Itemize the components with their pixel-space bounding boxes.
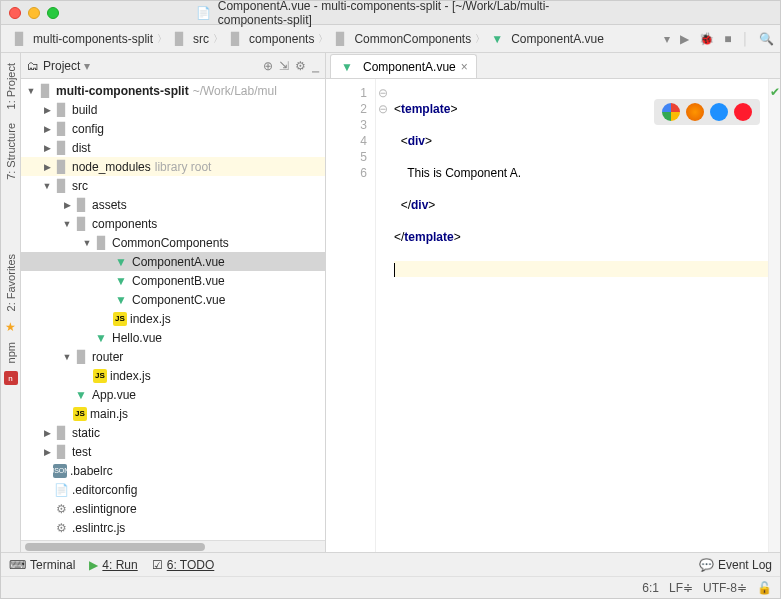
line-number: 3 xyxy=(326,117,367,133)
close-tab-button[interactable]: × xyxy=(461,60,468,74)
close-window-button[interactable] xyxy=(9,7,21,19)
tree-item[interactable]: ▼▉src xyxy=(21,176,325,195)
vue-icon: ▼ xyxy=(113,254,129,270)
terminal-button[interactable]: ⌨Terminal xyxy=(9,558,75,572)
breadcrumb[interactable]: ▉src xyxy=(167,29,213,49)
window-controls xyxy=(9,7,59,19)
tree-item[interactable]: ▶⚙.eslintignore xyxy=(21,499,325,518)
star-icon: ★ xyxy=(5,320,16,334)
tree-root[interactable]: ▼▉multi-components-split~/Work/Lab/mul xyxy=(21,81,325,100)
tree-item-selected[interactable]: ▶▼ComponentA.vue xyxy=(21,252,325,271)
collapse-icon[interactable]: ⇲ xyxy=(279,59,289,73)
error-stripe[interactable]: ✔ xyxy=(768,79,780,552)
gear-icon[interactable]: ⚙ xyxy=(295,59,306,73)
line-separator[interactable]: LF≑ xyxy=(669,581,693,595)
tree-item[interactable]: ▶▼Hello.vue xyxy=(21,328,325,347)
tree-item[interactable]: ▶JSmain.js xyxy=(21,404,325,423)
tab-project[interactable]: 1: Project xyxy=(3,57,19,115)
tree-item[interactable]: ▶JSindex.js xyxy=(21,366,325,385)
folder-icon: ▉ xyxy=(171,31,187,47)
fold-gutter: ⊖⊖ xyxy=(376,79,390,552)
chevron-right-icon: 〉 xyxy=(157,32,167,46)
todo-button[interactable]: ☑6: TODO xyxy=(152,558,215,572)
safari-icon[interactable] xyxy=(710,103,728,121)
tree-item[interactable]: ▶▉config xyxy=(21,119,325,138)
file-icon: 📄 xyxy=(196,5,211,21)
tab-structure[interactable]: 7: Structure xyxy=(3,117,19,186)
dropdown-icon[interactable]: ▾ xyxy=(664,32,670,46)
chevron-right-icon: 〉 xyxy=(475,32,485,46)
folder-icon: ▉ xyxy=(53,159,69,175)
folder-icon: ▉ xyxy=(73,349,89,365)
todo-icon: ☑ xyxy=(152,558,163,572)
tree-item[interactable]: ▼▉components xyxy=(21,214,325,233)
search-button[interactable]: 🔍 xyxy=(759,32,774,46)
tree-item[interactable]: ▶JSON.babelrc xyxy=(21,461,325,480)
tree-item[interactable]: ▶▼App.vue xyxy=(21,385,325,404)
line-number: 2 xyxy=(326,101,367,117)
gear-icon: ⚙ xyxy=(53,520,69,536)
editor-tab[interactable]: ▼ ComponentA.vue × xyxy=(330,54,477,78)
folder-icon: ▉ xyxy=(53,102,69,118)
chrome-icon[interactable] xyxy=(662,103,680,121)
breadcrumb[interactable]: ▉CommonComponents xyxy=(328,29,475,49)
tree-item[interactable]: ▶▉assets xyxy=(21,195,325,214)
folder-icon: ▉ xyxy=(73,216,89,232)
tab-label: ComponentA.vue xyxy=(363,60,456,74)
code-content[interactable]: <template> <div> This is Component A. </… xyxy=(390,79,768,552)
event-log-button[interactable]: 💬Event Log xyxy=(699,558,772,572)
scrollbar-thumb[interactable] xyxy=(25,543,205,551)
code-editor[interactable]: 1 2 3 4 5 6 ⊖⊖ <template> <div> This is … xyxy=(326,79,780,552)
tree-item[interactable]: ▶▉test xyxy=(21,442,325,461)
line-number: 6 xyxy=(326,165,367,181)
hide-icon[interactable]: ⎯ xyxy=(312,59,319,73)
minimize-window-button[interactable] xyxy=(28,7,40,19)
folder-icon: ▉ xyxy=(53,425,69,441)
tree-item[interactable]: ▶▼ComponentC.vue xyxy=(21,290,325,309)
tree-item[interactable]: ▶▼ComponentB.vue xyxy=(21,271,325,290)
tab-favorites[interactable]: 2: Favorites xyxy=(3,248,19,317)
breadcrumb[interactable]: ▼ComponentA.vue xyxy=(485,29,608,49)
tree-item[interactable]: ▶⚙.eslintrc.js xyxy=(21,518,325,537)
left-tool-gutter: 1: Project 7: Structure 2: Favorites ★ n… xyxy=(1,53,21,552)
locate-icon[interactable]: ⊕ xyxy=(263,59,273,73)
log-icon: 💬 xyxy=(699,558,714,572)
breadcrumb[interactable]: ▉multi-components-split xyxy=(7,29,157,49)
vue-icon: ▼ xyxy=(93,330,109,346)
tab-npm[interactable]: npm xyxy=(3,336,19,369)
lock-icon[interactable]: 🔓 xyxy=(757,581,772,595)
horizontal-scrollbar[interactable] xyxy=(21,540,325,552)
firefox-icon[interactable] xyxy=(686,103,704,121)
file-encoding[interactable]: UTF-8≑ xyxy=(703,581,747,595)
project-tree[interactable]: ▼▉multi-components-split~/Work/Lab/mul ▶… xyxy=(21,79,325,540)
maximize-window-button[interactable] xyxy=(47,7,59,19)
tree-item-library[interactable]: ▶▉node_moduleslibrary root xyxy=(21,157,325,176)
folder-icon: ▉ xyxy=(227,31,243,47)
line-number: 5 xyxy=(326,149,367,165)
browser-preview-bar xyxy=(654,99,760,125)
tree-item[interactable]: ▶▉build xyxy=(21,100,325,119)
folder-icon: ▉ xyxy=(11,31,27,47)
tree-item[interactable]: ▶JSindex.js xyxy=(21,309,325,328)
run-tool-button[interactable]: ▶4: Run xyxy=(89,558,137,572)
run-button[interactable]: ▶ xyxy=(680,32,689,46)
title-bar: 📄 ComponentA.vue - multi-components-spli… xyxy=(1,1,780,25)
debug-button[interactable]: 🐞 xyxy=(699,32,714,46)
stop-button[interactable]: ■ xyxy=(724,32,731,46)
panel-title[interactable]: 🗂Project ▾ xyxy=(27,59,90,73)
bottom-tool-bar: ⌨Terminal ▶4: Run ☑6: TODO 💬Event Log xyxy=(1,552,780,576)
folder-icon: ▉ xyxy=(93,235,109,251)
tree-item[interactable]: ▶▉dist xyxy=(21,138,325,157)
breadcrumb[interactable]: ▉components xyxy=(223,29,318,49)
opera-icon[interactable] xyxy=(734,103,752,121)
tree-item[interactable]: ▼▉CommonComponents xyxy=(21,233,325,252)
editor-panel: ▼ ComponentA.vue × 1 2 3 4 5 6 ⊖⊖ <templ… xyxy=(326,53,780,552)
tree-item[interactable]: ▶📄.editorconfig xyxy=(21,480,325,499)
tree-item[interactable]: ▶▉static xyxy=(21,423,325,442)
js-icon: JS xyxy=(73,407,87,421)
js-icon: JS xyxy=(113,312,127,326)
line-number: 1 xyxy=(326,85,367,101)
cursor-position[interactable]: 6:1 xyxy=(642,581,659,595)
tree-item[interactable]: ▼▉router xyxy=(21,347,325,366)
folder-icon: ▉ xyxy=(73,197,89,213)
